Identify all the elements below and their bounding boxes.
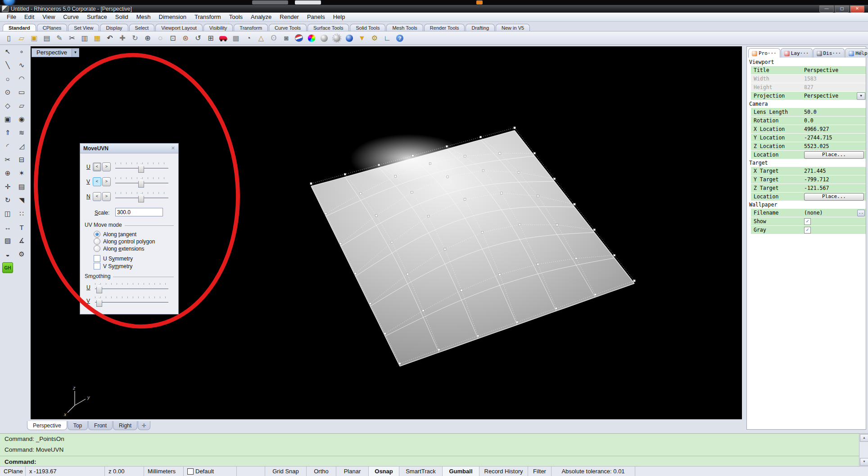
control-point[interactable] — [555, 307, 557, 309]
control-point[interactable] — [429, 162, 431, 164]
menu-tools[interactable]: Tools — [225, 13, 247, 21]
slider-thumb[interactable] — [96, 298, 102, 307]
toolbar-tab-solid-tools[interactable]: Solid Tools — [350, 24, 385, 31]
mirror-icon[interactable]: ◫ — [1, 207, 14, 220]
control-point[interactable] — [501, 192, 502, 194]
ellipse-icon[interactable]: ⊙ — [1, 86, 14, 99]
print-icon[interactable]: ▤ — [41, 33, 52, 44]
fillet-icon[interactable]: ◜ — [1, 140, 14, 153]
control-point[interactable] — [344, 173, 346, 175]
color-wheel-icon[interactable] — [306, 33, 317, 44]
value-text[interactable]: -799.712 — [804, 176, 829, 183]
chevron-down-icon[interactable]: ▼ — [72, 49, 79, 57]
viewport-tab-perspective[interactable]: Perspective — [27, 421, 67, 430]
layers-icon[interactable] — [294, 33, 304, 44]
copy-icon[interactable]: ▥ — [79, 33, 90, 44]
radio-option-2[interactable]: Along extensions — [94, 245, 144, 252]
control-point[interactable] — [537, 195, 539, 197]
polyline-icon[interactable]: ╲ — [1, 59, 14, 72]
radio-icon[interactable] — [94, 238, 100, 245]
select-icon[interactable]: ↖ — [1, 45, 14, 58]
extrude-icon[interactable]: ⇑ — [1, 126, 14, 139]
command-scrollbar[interactable]: ▲ ▼ — [859, 434, 868, 467]
viewport-title-dropdown[interactable]: Perspective ▼ — [32, 48, 79, 57]
control-point[interactable] — [339, 242, 341, 244]
radio-icon[interactable] — [94, 231, 100, 238]
options-tool-icon[interactable]: ⚙ — [15, 248, 28, 260]
status-pane-osnap[interactable]: Osnap — [369, 467, 399, 476]
panel-tab-dis[interactable]: Dis··· — [813, 48, 845, 58]
control-point[interactable] — [514, 127, 515, 129]
control-point[interactable] — [613, 254, 615, 256]
status-pane-filter[interactable]: Filter — [528, 467, 552, 476]
options-icon[interactable]: ⚙ — [369, 33, 380, 44]
text-icon[interactable]: T — [15, 221, 28, 234]
control-point[interactable] — [575, 257, 577, 259]
status-pane-ortho[interactable]: Ortho — [307, 467, 336, 476]
status-pane-smarttrack[interactable]: SmartTrack — [399, 467, 443, 476]
place-button[interactable]: Place... — [804, 193, 864, 201]
value-text[interactable]: (none) — [804, 210, 823, 216]
rotate-icon[interactable]: ↻ — [1, 194, 14, 207]
checkbox-option-1[interactable]: V Symmetry — [94, 263, 132, 269]
menu-help[interactable]: Help — [329, 13, 349, 21]
control-point[interactable] — [461, 289, 462, 291]
scroll-up-icon[interactable]: ▲ — [860, 434, 868, 442]
control-point[interactable] — [447, 176, 448, 178]
arc-icon[interactable]: ◠ — [15, 72, 28, 85]
radio-option-1[interactable]: Along control polygon — [94, 238, 155, 245]
step-up-button[interactable]: > — [102, 177, 111, 186]
value-text[interactable]: 50.0 — [804, 109, 817, 115]
cut-icon[interactable]: ✂ — [67, 33, 77, 44]
rotate-view-icon[interactable]: ↻ — [130, 33, 140, 44]
toolbar-tab-curve-tools[interactable]: Curve Tools — [269, 24, 307, 31]
zoom-in-icon[interactable]: ⊕ — [142, 33, 153, 44]
rendered-view-icon[interactable] — [344, 33, 355, 44]
value-text[interactable]: 0.0 — [804, 117, 814, 124]
dimension-tool-icon[interactable]: ↔ — [1, 221, 14, 234]
taskbar-button[interactable] — [252, 0, 288, 4]
control-point[interactable] — [481, 231, 483, 233]
step-up-button[interactable]: > — [102, 192, 111, 201]
menu-dimension[interactable]: Dimension — [155, 13, 190, 21]
control-point[interactable] — [537, 263, 539, 265]
control-point[interactable] — [354, 273, 356, 274]
taskbar-app-icon[interactable] — [476, 0, 483, 4]
menu-view[interactable]: View — [38, 13, 59, 21]
slider[interactable] — [115, 162, 168, 172]
toolbar-tab-transform[interactable]: Transform — [234, 24, 268, 31]
control-point[interactable] — [482, 170, 484, 171]
control-point[interactable] — [427, 215, 429, 217]
place-button[interactable]: Place... — [804, 151, 864, 159]
help-icon[interactable]: ? — [394, 33, 405, 44]
checkbox-icon[interactable] — [94, 263, 100, 269]
control-point[interactable] — [407, 273, 408, 275]
undo-icon[interactable]: ↶ — [104, 33, 115, 44]
save-icon[interactable]: ▣ — [29, 33, 40, 44]
control-point[interactable] — [477, 335, 479, 337]
status-pane-absolute-tolerance-0-01[interactable]: Absolute tolerance: 0.01 — [552, 467, 635, 476]
loft-icon[interactable]: ≋ — [15, 126, 28, 139]
slider[interactable] — [115, 192, 168, 202]
close-icon[interactable]: ✕ — [171, 145, 175, 151]
toolbar-tab-standard[interactable]: Standard — [3, 24, 36, 31]
toolbar-tab-cplanes[interactable]: CPlanes — [37, 24, 68, 31]
control-point[interactable] — [399, 363, 401, 364]
control-point[interactable] — [519, 224, 520, 225]
status-pane-record-history[interactable]: Record History — [479, 467, 528, 476]
toolbar-tab-display[interactable]: Display — [100, 24, 128, 31]
checkbox-icon[interactable] — [94, 255, 100, 262]
status-pane-grid-snap[interactable]: Grid Snap — [265, 467, 307, 476]
checkbox-checked[interactable]: ✓ — [804, 218, 811, 225]
copy-tool-icon[interactable]: ▤ — [15, 180, 28, 193]
control-point[interactable] — [438, 349, 440, 350]
new-viewport-tab[interactable]: ✛ — [138, 421, 150, 430]
status-default[interactable]: Default — [184, 467, 237, 476]
control-point[interactable] — [633, 280, 635, 282]
control-point[interactable] — [375, 215, 377, 216]
toolbar-tab-new-in-v5[interactable]: New in V5 — [496, 24, 530, 31]
taskbar-button[interactable] — [295, 0, 321, 4]
menu-mesh[interactable]: Mesh — [132, 13, 155, 21]
rectangle-icon[interactable]: ▭ — [15, 86, 28, 99]
control-point[interactable] — [310, 183, 312, 184]
